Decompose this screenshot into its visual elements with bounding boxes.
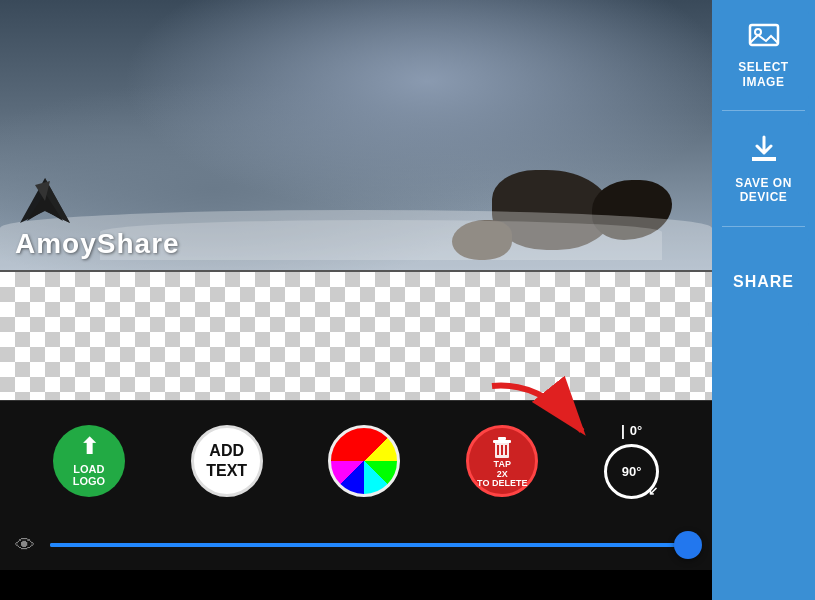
delete-label: TAP2XTO DELETE (477, 460, 527, 490)
download-icon (748, 133, 780, 170)
svg-rect-11 (750, 25, 778, 45)
logo-overlay: AmoyShare (0, 163, 195, 270)
opacity-bar: 👁 (0, 520, 712, 570)
add-text-button[interactable]: ADD TEXT (191, 425, 263, 497)
opacity-slider-thumb[interactable] (674, 531, 702, 559)
rotate-circle[interactable]: 90° ↙ (604, 444, 659, 499)
trash-icon (487, 432, 517, 462)
sidebar-divider-1 (722, 110, 804, 111)
select-image-icon (748, 21, 780, 49)
save-icon (748, 133, 780, 163)
transparent-canvas-area (0, 270, 712, 400)
rotate-bottom-label: 90° (622, 464, 642, 479)
color-picker-button[interactable] (328, 425, 400, 497)
amoyshare-logo-icon (15, 173, 75, 233)
share-label: SHARE (733, 273, 794, 291)
rotate-top: | 0° (621, 423, 642, 439)
rotate-arrow-icon: ↙ (648, 484, 658, 498)
toolbar: ⬆ LOADLOGO ADD TEXT (0, 400, 712, 520)
load-logo-label: LOADLOGO (73, 463, 105, 487)
add-text-circle[interactable]: ADD TEXT (191, 425, 263, 497)
load-logo-circle[interactable]: ⬆ LOADLOGO (53, 425, 125, 497)
share-button[interactable]: SHARE (719, 237, 809, 327)
color-picker-circle[interactable] (328, 425, 400, 497)
upload-icon: ⬆ (80, 434, 98, 460)
delete-button[interactable]: TAP2XTO DELETE (466, 425, 538, 497)
load-logo-button[interactable]: ⬆ LOADLOGO (53, 425, 125, 497)
save-device-button[interactable]: SAVE ON DEVICE (719, 121, 809, 216)
main-canvas-area: AmoyShare ⬆ LOADLOGO ADD TEXT (0, 0, 712, 600)
rotate-degree-line: | (621, 423, 625, 439)
opacity-slider-fill (50, 543, 632, 547)
add-text-label: ADD TEXT (194, 441, 260, 479)
image-icon (748, 21, 780, 54)
rotate-top-label: 0° (630, 423, 642, 438)
right-sidebar: SELECT IMAGE SAVE ON DEVICE SHARE (712, 0, 815, 600)
delete-circle[interactable]: TAP2XTO DELETE (466, 425, 538, 497)
opacity-slider-track[interactable] (50, 543, 697, 547)
select-image-button[interactable]: SELECT IMAGE (719, 10, 809, 100)
save-device-label: SAVE ON DEVICE (719, 176, 809, 205)
image-preview: AmoyShare (0, 0, 712, 270)
sidebar-divider-2 (722, 226, 804, 227)
opacity-eye-icon[interactable]: 👁 (15, 534, 35, 557)
svg-rect-5 (493, 440, 511, 443)
rotate-control[interactable]: | 0° 90° ↙ (604, 423, 659, 499)
logo-text: AmoyShare (15, 228, 180, 260)
svg-rect-6 (498, 437, 506, 440)
select-image-label: SELECT IMAGE (719, 60, 809, 89)
